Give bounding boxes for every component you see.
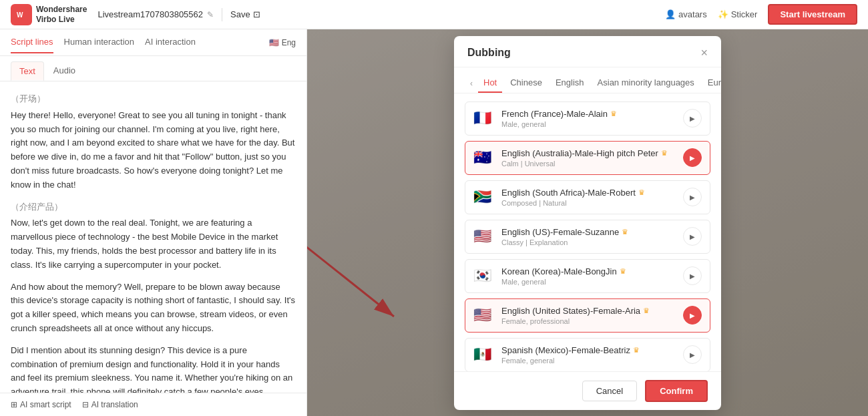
sticker-icon: ✨ xyxy=(718,9,728,19)
left-footer: ⊞ AI smart script ⊟ AI translation xyxy=(0,393,306,416)
script-content: （开场） Hey there! Hello, everyone! Great t… xyxy=(0,81,306,393)
section-text: Now, let's get down to the real deal. To… xyxy=(11,216,296,272)
play-icon: ▶ xyxy=(690,154,695,162)
voice-name: English (United States)-Female-Aria ♛ xyxy=(501,306,676,316)
ai-translation-icon: ⊟ xyxy=(82,400,89,409)
topbar-right: 👤 avatars ✨ Sticker Start livestream xyxy=(665,4,857,25)
section-label: （介绍产品） xyxy=(11,200,296,214)
tab-text[interactable]: Text xyxy=(11,61,44,81)
topbar: W Wondershare Virbo Live Livestream17078… xyxy=(0,0,868,29)
voice-info: Korean (Korea)-Male-BongJin ♛ Male, gene… xyxy=(501,266,676,286)
confirm-button[interactable]: Confirm xyxy=(645,380,708,402)
voice-desc: Female, general xyxy=(501,357,676,365)
voice-info: French (France)-Male-Alain ♛ Male, gener… xyxy=(501,109,676,128)
crown-icon: ♛ xyxy=(643,306,650,315)
avatars-link[interactable]: 👤 avatars xyxy=(665,9,707,19)
script-section-opening: （开场） Hey there! Hello, everyone! Great t… xyxy=(11,92,296,192)
logo: W Wondershare Virbo Live xyxy=(11,4,87,25)
ai-translation-button[interactable]: ⊟ AI translation xyxy=(82,400,138,409)
svg-text:W: W xyxy=(17,11,23,19)
voice-item-english-us-suzanne[interactable]: 🇺🇸 English (US)-Female-Suzanne ♛ Classy … xyxy=(465,220,710,254)
voice-item-english-au-peter[interactable]: 🇦🇺 English (Australia)-Male-High pitch P… xyxy=(465,141,710,175)
voice-desc: Male, general xyxy=(501,120,676,128)
cancel-button[interactable]: Cancel xyxy=(582,381,637,401)
ai-smart-script-button[interactable]: ⊞ AI smart script xyxy=(11,400,71,409)
voice-name: French (France)-Male-Alain ♛ xyxy=(501,109,676,119)
voice-flag: 🇿🇦 xyxy=(473,190,495,204)
modal-footer: Cancel Confirm xyxy=(454,371,721,410)
save-icon: ⊡ xyxy=(253,9,260,19)
section-label: （开场） xyxy=(11,92,296,106)
modal-close-button[interactable]: × xyxy=(700,47,708,59)
stream-title: Livestream1707803805562 ✎ xyxy=(97,9,214,19)
tab-human-interaction[interactable]: Human interaction xyxy=(64,31,135,53)
language-indicator[interactable]: 🇺🇸 Eng xyxy=(269,38,296,47)
modal-title: Dubbing xyxy=(467,47,511,59)
voice-desc: Male, general xyxy=(501,278,676,286)
play-button[interactable]: ▶ xyxy=(683,148,702,167)
modal-header: Dubbing × xyxy=(454,36,721,67)
ai-script-icon: ⊞ xyxy=(11,400,17,409)
flag-icon: 🇺🇸 xyxy=(269,38,279,47)
voice-flag: 🇺🇸 xyxy=(473,229,495,244)
voice-name: Korean (Korea)-Male-BongJin ♛ xyxy=(501,266,676,276)
voice-info: English (US)-Female-Suzanne ♛ Classy | E… xyxy=(501,227,676,246)
play-button[interactable]: ▶ xyxy=(683,345,702,364)
section-text: Did I mention about its stunning design?… xyxy=(11,344,296,393)
play-button[interactable]: ▶ xyxy=(683,188,702,206)
voice-flag: 🇲🇽 xyxy=(473,347,495,362)
tab-script-lines[interactable]: Script lines xyxy=(11,31,53,53)
lang-tab-asian[interactable]: Asian minority languages xyxy=(592,73,700,93)
play-icon: ▶ xyxy=(690,115,695,122)
play-button[interactable]: ▶ xyxy=(683,227,702,246)
tab-audio[interactable]: Audio xyxy=(45,61,83,81)
voice-flag: 🇫🇷 xyxy=(473,111,495,126)
lang-tab-prev[interactable]: ‹ xyxy=(467,76,475,91)
left-panel: Script lines Human interaction AI intera… xyxy=(0,29,307,416)
voice-name: English (Australia)-Male-High pitch Pete… xyxy=(501,148,676,158)
logo-text: Wondershare Virbo Live xyxy=(36,5,87,24)
content-tabs: Text Audio xyxy=(0,56,306,81)
voice-item-english-us-aria[interactable]: 🇺🇸 English (United States)-Female-Aria ♛… xyxy=(465,298,710,333)
lang-tab-english[interactable]: English xyxy=(550,73,590,93)
script-section-memory: And how about the memory? Well, prepare … xyxy=(11,280,296,336)
edit-icon[interactable]: ✎ xyxy=(207,10,214,19)
right-panel: Dubbing × ‹ Hot Chinese English Asian mi… xyxy=(307,29,868,416)
sticker-link[interactable]: ✨ Sticker xyxy=(718,9,758,19)
section-text: And how about the memory? Well, prepare … xyxy=(11,280,296,336)
play-button[interactable]: ▶ xyxy=(683,306,702,325)
voice-desc: Composed | Natural xyxy=(501,199,676,207)
voice-item-french-alain[interactable]: 🇫🇷 French (France)-Male-Alain ♛ Male, ge… xyxy=(465,101,710,136)
voice-info: English (Australia)-Male-High pitch Pete… xyxy=(501,148,676,168)
play-icon: ▶ xyxy=(690,233,695,240)
crown-icon: ♛ xyxy=(633,346,640,355)
voice-info: Spanish (Mexico)-Female-Beatriz ♛ Female… xyxy=(501,345,676,365)
save-button[interactable]: Save ⊡ xyxy=(230,9,260,19)
start-livestream-button[interactable]: Start livestream xyxy=(768,4,857,25)
divider xyxy=(222,8,222,21)
crown-icon: ♛ xyxy=(638,188,645,197)
voice-flag: 🇦🇺 xyxy=(473,150,495,165)
main-layout: Script lines Human interaction AI intera… xyxy=(0,29,868,416)
avatar-icon: 👤 xyxy=(665,9,676,19)
play-icon: ▶ xyxy=(690,351,695,359)
voice-flag: 🇰🇷 xyxy=(473,268,495,283)
lang-tab-hot[interactable]: Hot xyxy=(478,73,502,93)
voice-item-korean-bongjin[interactable]: 🇰🇷 Korean (Korea)-Male-BongJin ♛ Male, g… xyxy=(465,259,710,293)
lang-tab-europ[interactable]: Europ xyxy=(702,73,721,93)
modal-backdrop: Dubbing × ‹ Hot Chinese English Asian mi… xyxy=(307,29,868,416)
play-button[interactable]: ▶ xyxy=(683,266,702,285)
lang-tab-chinese[interactable]: Chinese xyxy=(505,73,548,93)
voice-item-spanish-mx-beatriz[interactable]: 🇲🇽 Spanish (Mexico)-Female-Beatriz ♛ Fem… xyxy=(465,338,710,371)
voice-item-english-sa-robert[interactable]: 🇿🇦 English (South Africa)-Male-Robert ♛ … xyxy=(465,180,710,214)
crown-icon: ♛ xyxy=(620,267,626,276)
script-section-product: （介绍产品） Now, let's get down to the real d… xyxy=(11,200,296,272)
play-button[interactable]: ▶ xyxy=(683,109,702,128)
voice-desc: Classy | Explanation xyxy=(501,238,676,246)
crown-icon: ♛ xyxy=(661,149,668,158)
voice-info: English (South Africa)-Male-Robert ♛ Com… xyxy=(501,188,676,207)
voice-name: English (South Africa)-Male-Robert ♛ xyxy=(501,188,676,198)
crown-icon: ♛ xyxy=(622,228,628,236)
script-tabs: Script lines Human interaction AI intera… xyxy=(0,29,306,56)
tab-ai-interaction[interactable]: AI interaction xyxy=(145,31,196,53)
